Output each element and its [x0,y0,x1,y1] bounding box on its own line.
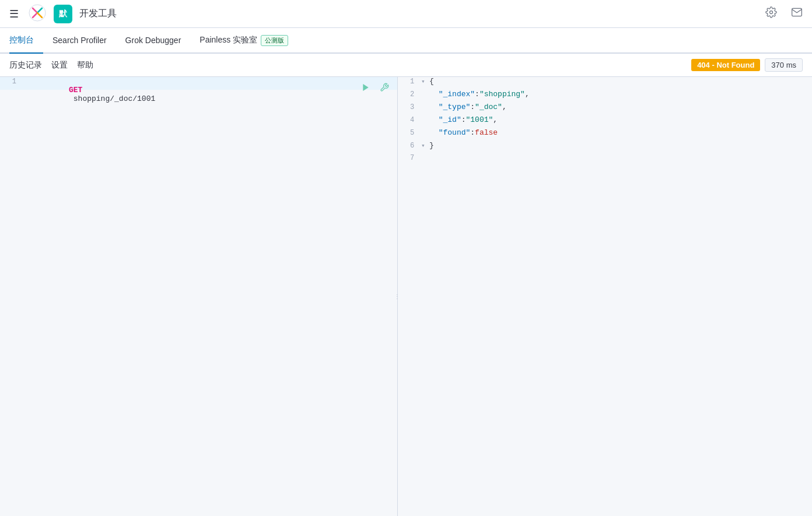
mail-icon[interactable] [789,4,805,23]
settings-button[interactable]: 设置 [51,60,68,71]
output-line-5: 5 "found" : false [398,128,812,141]
fold-1[interactable]: ▾ [421,78,428,85]
beta-badge: 公测版 [261,35,288,46]
run-button[interactable] [358,79,374,96]
method-label: GET [69,86,82,94]
editor-line-1[interactable]: 1 GET shopping/_doc/1001 [0,77,397,90]
history-button[interactable]: 历史记录 [9,60,42,71]
resize-handle[interactable]: ⋮ [395,288,398,306]
hamburger-icon[interactable]: ☰ [7,5,21,23]
json-key-found: "found" [429,128,470,137]
svg-point-1 [770,11,773,14]
path-text: shopping/_doc/1001 [69,94,155,103]
tab-bar: 控制台 Search Profiler Grok Debugger Painle… [0,28,812,54]
tab-search-profiler[interactable]: Search Profiler [43,28,116,54]
json-brace-open: { [429,77,434,86]
toolbar-right: 404 - Not Found 370 ms [691,58,803,72]
json-colon-3: : [470,103,475,111]
tab-painless-lab[interactable]: Painless 实验室 公测版 [190,28,298,54]
out-num-1: 1 [398,78,421,86]
toolbar: 历史记录 设置 帮助 404 - Not Found 370 ms [0,54,812,77]
output-line-6: 6 ▾ } [398,141,812,154]
tab-console[interactable]: 控制台 [9,28,43,54]
output-editor: 1 ▾ { 2 "_index" : "shopping" , 3 "_type… [398,77,812,167]
out-num-2: 2 [398,90,421,99]
tab-grok-debugger[interactable]: Grok Debugger [116,28,191,54]
output-line-4: 4 "_id" : "1001" , [398,115,812,128]
out-num-4: 4 [398,116,421,124]
line-number-1: 1 [0,78,23,86]
out-num-5: 5 [398,129,421,137]
editor-area: 1 GET shopping/_doc/1001 ⋮ [0,77,812,516]
output-line-3: 3 "_type" : "_doc" , [398,103,812,115]
json-val-id: "1001" [466,115,494,124]
json-val-found: false [475,128,498,137]
json-brace-close: } [429,141,434,150]
status-badge: 404 - Not Found [691,59,760,71]
left-editor[interactable]: 1 GET shopping/_doc/1001 [0,77,397,90]
right-panel: 1 ▾ { 2 "_index" : "shopping" , 3 "_type… [398,77,812,516]
app-title: 开发工具 [79,8,117,20]
kibana-logo [28,3,47,24]
json-comma-4: , [493,115,498,124]
tools-button[interactable] [376,79,393,96]
svg-marker-2 [363,84,368,91]
json-val-index: "shopping" [480,90,525,99]
editor-toolbar [358,79,393,96]
left-panel[interactable]: 1 GET shopping/_doc/1001 ⋮ [0,77,398,516]
top-bar: ☰ 默 开发工具 [0,0,812,28]
output-line-2: 2 "_index" : "shopping" , [398,90,812,103]
json-key-type: "_type" [429,103,470,111]
out-num-3: 3 [398,103,421,111]
time-badge: 370 ms [765,58,803,72]
output-line-7: 7 [398,154,812,167]
out-num-6: 6 [398,142,421,150]
json-colon-5: : [470,128,475,137]
line-content-1[interactable]: GET shopping/_doc/1001 [23,77,397,112]
json-colon-4: : [461,115,466,124]
json-colon-2: : [475,90,480,99]
app-badge: 默 [54,5,72,23]
settings-icon[interactable] [763,4,779,23]
json-comma-2: , [525,90,530,99]
json-key-index: "_index" [429,90,475,99]
out-num-7: 7 [398,154,421,162]
output-line-1: 1 ▾ { [398,77,812,90]
json-comma-3: , [502,103,507,111]
fold-6[interactable]: ▾ [421,142,428,149]
json-key-id: "_id" [429,115,461,124]
top-bar-right [763,4,805,23]
help-button[interactable]: 帮助 [77,60,93,71]
json-val-type: "_doc" [475,103,502,111]
